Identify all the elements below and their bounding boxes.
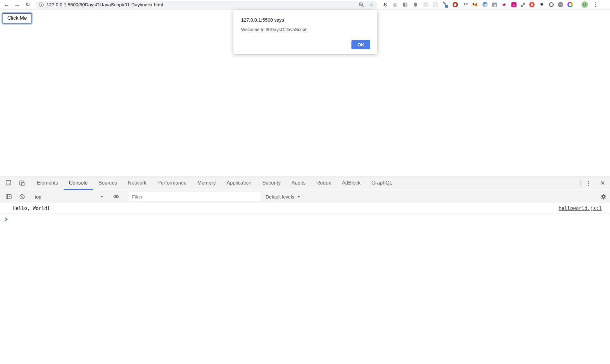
devtools-close-button[interactable]: ×	[595, 176, 610, 190]
console-source-link[interactable]: helloworld.js:1	[559, 206, 602, 211]
forward-button[interactable]: →	[13, 1, 21, 9]
console-toolbar: top Default levels	[0, 190, 610, 203]
browser-toolbar: ← → ↻ 127.0.0.1:5500/30DaysOfJavaScript/…	[0, 0, 610, 10]
g-ring-extension-icon[interactable]	[549, 2, 554, 7]
url-text[interactable]: 127.0.0.1:5500/30DaysOfJavaScript/01-Day…	[46, 2, 163, 7]
columns-extension-icon[interactable]	[402, 2, 408, 8]
address-bar[interactable]: 127.0.0.1:5500/30DaysOfJavaScript/01-Day…	[35, 1, 378, 9]
profile-avatar[interactable]	[581, 1, 588, 8]
log-levels-label: Default levels	[266, 194, 294, 199]
alert-title: 127.0.0.1:5500 says	[241, 17, 370, 23]
alert-dialog: 127.0.0.1:5500 says Welcome to 30DaysOfJ…	[233, 10, 377, 54]
console-settings-gear-button[interactable]	[597, 193, 610, 200]
stop-hand-extension-icon[interactable]	[453, 2, 458, 7]
console-log-text: Hello, World!	[13, 206, 50, 211]
tab-audits[interactable]: Audits	[286, 176, 311, 190]
extensions-row	[382, 1, 598, 8]
execution-context-selector[interactable]: top	[31, 192, 107, 201]
tab-application[interactable]: Application	[221, 176, 257, 190]
reload-button[interactable]: ↻	[24, 1, 32, 9]
red-bookmark-extension-icon[interactable]	[529, 2, 535, 7]
heart-search-extension-icon[interactable]	[539, 2, 545, 8]
devtools-panel: Elements Console Sources Network Perform…	[0, 176, 610, 364]
tabbar-divider	[30, 179, 30, 187]
log-levels-dropdown[interactable]: Default levels	[266, 194, 300, 199]
bug-extension-icon[interactable]	[412, 2, 419, 8]
zoom-magnifier-icon[interactable]	[358, 2, 364, 8]
chevron-down-icon	[100, 196, 103, 198]
alert-message: Welcome to 30DaysOfJavaScript!	[241, 27, 370, 32]
round-brackets-extension-icon[interactable]	[433, 2, 438, 7]
tab-sources[interactable]: Sources	[93, 176, 122, 190]
rainbow-ring-extension-icon[interactable]	[567, 2, 573, 7]
blocks-extension-icon[interactable]	[521, 3, 525, 7]
tab-performance[interactable]: Performance	[152, 176, 192, 190]
device-toolbar-button[interactable]	[15, 176, 29, 190]
tab-adblock[interactable]: AdBlock	[336, 176, 366, 190]
pink-flower-extension-icon[interactable]	[511, 2, 516, 7]
console-filter-input[interactable]	[129, 192, 260, 201]
orbit-extension-icon[interactable]	[392, 2, 398, 8]
devtools-tabbar: Elements Console Sources Network Perform…	[0, 176, 610, 190]
cursive-f-extension-icon[interactable]	[382, 2, 388, 8]
tab-network[interactable]: Network	[122, 176, 152, 190]
tab-redux[interactable]: Redux	[311, 176, 336, 190]
tab-memory[interactable]: Memory	[192, 176, 221, 190]
console-sidebar-toggle-button[interactable]	[2, 193, 15, 200]
live-expression-eye-button[interactable]	[109, 193, 123, 200]
console-prompt[interactable]	[0, 214, 610, 225]
pink-star-extension-icon[interactable]	[501, 2, 507, 8]
color-picker-extension-icon[interactable]	[442, 2, 448, 8]
browser-menu-icon[interactable]	[592, 2, 598, 8]
alert-ok-button[interactable]: OK	[351, 40, 370, 49]
tabbar-divider	[580, 179, 581, 187]
megaphone-extension-icon[interactable]	[472, 2, 478, 8]
inspect-element-button[interactable]	[2, 176, 15, 190]
console-log-row: Hello, World! helloworld.js:1	[0, 203, 610, 214]
camera-extension-icon[interactable]	[492, 3, 497, 7]
tab-elements[interactable]: Elements	[31, 176, 64, 190]
swirl-extension-icon[interactable]	[482, 2, 488, 7]
chevron-down-icon	[297, 196, 300, 198]
browser-window: { "browser_toolbar": { "url": "127.0.0.1…	[0, 0, 610, 364]
click-me-button[interactable]: Click Me	[3, 13, 31, 24]
clear-console-button[interactable]	[15, 194, 29, 200]
tab-security[interactable]: Security	[257, 176, 286, 190]
tab-console[interactable]: Console	[64, 176, 93, 190]
site-info-icon[interactable]	[39, 3, 44, 7]
wave-extension-icon[interactable]	[558, 2, 563, 7]
prompt-chevron-icon	[4, 217, 8, 221]
context-label: top	[35, 194, 41, 199]
bookmark-star-icon[interactable]: ☆	[369, 2, 374, 7]
font-question-extension-icon[interactable]	[462, 2, 468, 8]
devtools-menu-button[interactable]: ⋮	[582, 176, 595, 190]
toolbar-divider	[577, 2, 577, 8]
back-button[interactable]: ←	[3, 1, 11, 9]
tab-graphql[interactable]: GraphQL	[366, 176, 398, 190]
react-grid-extension-icon[interactable]	[423, 2, 429, 8]
